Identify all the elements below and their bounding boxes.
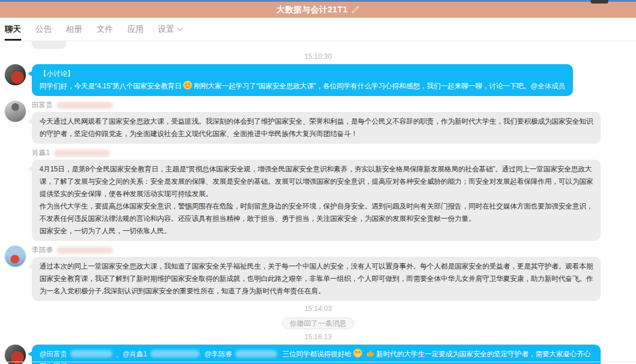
tab-chat[interactable]: 聊天 (5, 18, 21, 41)
recall-notice-row: 你撤回了一条消息 (5, 317, 631, 329)
sender-name: 田富贵 (32, 101, 53, 109)
message-row: 李陈睿通过本次的同上一堂国家安全思政大课，我知道了国家安全关乎福祉民生，关于每一… (5, 246, 631, 301)
redacted-text (70, 350, 112, 358)
message-text: 同学们好，今天是“4.15”第八个国家安全教育日 (39, 82, 181, 90)
sender-name: 肖鑫1 (32, 149, 50, 157)
redacted-name (57, 102, 113, 109)
tab-bar: 聊天 公告 相册 文件 应用 设置 (0, 18, 636, 41)
chevron-down-icon (177, 25, 183, 31)
message-bubble: 【小讨论】同学们好，今天是“4.15”第八个国家安全教育日刚刚大家一起学习了“国… (32, 64, 573, 96)
timestamp: 15:14:03 (5, 305, 631, 313)
mention[interactable]: @肖鑫1 (122, 350, 147, 358)
tab-apps-label: 应用 (127, 24, 144, 35)
mention[interactable]: @李陈睿 (204, 350, 232, 358)
message-body: 肖鑫14月15日，是第8个全民国家安全教育日，主题是“贯彻总体国家安全观，增强全… (32, 148, 601, 241)
message-body: 【小讨论】同学们好，今天是“4.15”第八个国家安全教育日刚刚大家一起学习了“国… (32, 64, 573, 96)
message-row: 田富贵今天通过人民网观看了国家安全思政大课，受益匪浅。我深刻的体会到了维护国家安… (5, 101, 631, 144)
message-text: 【小讨论】 (39, 70, 74, 78)
avatar[interactable] (5, 101, 26, 122)
tab-announcement-label: 公告 (35, 24, 52, 35)
chat-message-list[interactable]: 15:10:30【小讨论】同学们好，今天是“4.15”第八个国家安全教育日刚刚大… (0, 41, 636, 364)
message-text: 4月15日，是第8个全民国家安全教育日，主题是“贯彻总体国家安全观，增强全民国家… (39, 165, 593, 198)
sender-name-row: 田富贵 (32, 101, 601, 109)
tab-files[interactable]: 文件 (97, 18, 113, 41)
message-text: 作为当代大学生，要提高总体国家安全意识，警惕周围存在危险，时刻留意身边的安全环境… (39, 202, 593, 223)
message-body: 田富贵今天通过人民网观看了国家安全思政大课，受益匪浅。我深刻的体会到了维护国家安… (32, 101, 601, 144)
message-text: 国家安全，一切为了人民，一切依靠人民。 (39, 227, 171, 235)
avatar (5, 148, 26, 170)
message-row: 【小讨论】同学们好，今天是“4.15”第八个国家安全教育日刚刚大家一起学习了“国… (5, 64, 631, 96)
redacted-text (150, 350, 200, 358)
tab-album-label: 相册 (66, 24, 82, 35)
message-bubble: 通过本次的同上一堂国家安全思政大课，我知道了国家安全关乎福祉民生，关于每一个中国… (32, 257, 601, 301)
tab-announcement[interactable]: 公告 (35, 18, 52, 41)
message-text: 今天通过人民网观看了国家安全思政大课，受益匪浅。我深刻的体会到了维护国家安全、荣… (39, 117, 593, 138)
thumbsup-emoji (365, 348, 375, 358)
message-body: 李陈睿通过本次的同上一堂国家安全思政大课，我知道了国家安全关乎福祉民生，关于每一… (32, 246, 601, 301)
message-row: 肖鑫14月15日，是第8个全民国家安全教育日，主题是“贯彻总体国家安全观，增强全… (5, 148, 631, 241)
tab-files-label: 文件 (97, 24, 113, 35)
tab-chat-label: 聊天 (5, 24, 21, 35)
mention[interactable]: @全体成员 (531, 82, 565, 90)
tab-apps[interactable]: 应用 (127, 18, 144, 41)
tab-settings[interactable]: 设置 (158, 18, 182, 41)
redacted-name (57, 247, 113, 254)
window-bottom-divider (0, 362, 636, 362)
message-bubble: 今天通过人民网观看了国家安全思政大课，受益匪浅。我深刻的体会到了维护国家安全、荣… (32, 112, 601, 144)
message-bubble: 4月15日，是第8个全民国家安全教育日，主题是“贯彻总体国家安全观，增强全民国家… (32, 160, 601, 241)
avatar[interactable] (5, 64, 26, 85)
group-chat-window: 大数据与会计21T1 聊天 公告 相册 文件 应用 设置 15:10:30【小讨… (0, 0, 636, 364)
message-text: 刚刚大家一起学习了“国家安全思政大课”，各位同学有什么学习心得和感想，我们一起来… (194, 82, 531, 90)
recall-notice: 你撤回了一条消息 (282, 317, 354, 329)
message-text: 、 (115, 350, 122, 358)
window-notch (591, 0, 608, 4)
edit-title-icon[interactable] (352, 6, 359, 14)
timestamp: 15:16:13 (5, 333, 631, 341)
sender-name: 李陈睿 (32, 246, 53, 254)
smile-emoji (183, 80, 193, 90)
sender-name-row: 李陈睿 (32, 246, 601, 254)
redacted-text (235, 350, 277, 358)
message-text: 三位同学都说得很好哈 (280, 350, 352, 358)
group-title-bar: 大数据与会计21T1 (0, 2, 636, 18)
sender-name-row: 肖鑫1 (32, 149, 601, 157)
message-text: 通过本次的同上一堂国家安全思政大课，我知道了国家安全关乎福祉民生，关于每一个中国… (39, 262, 593, 295)
clipped-bubble-remnant (32, 41, 66, 49)
avatar[interactable] (5, 246, 26, 267)
tab-album[interactable]: 相册 (66, 18, 82, 41)
titter-emoji (353, 348, 363, 358)
timestamp: 15:10:30 (5, 52, 631, 61)
redacted-name (54, 150, 110, 157)
group-title: 大数据与会计21T1 (277, 5, 348, 15)
tab-settings-label: 设置 (158, 24, 174, 35)
mention[interactable]: @田富贵 (39, 350, 67, 358)
